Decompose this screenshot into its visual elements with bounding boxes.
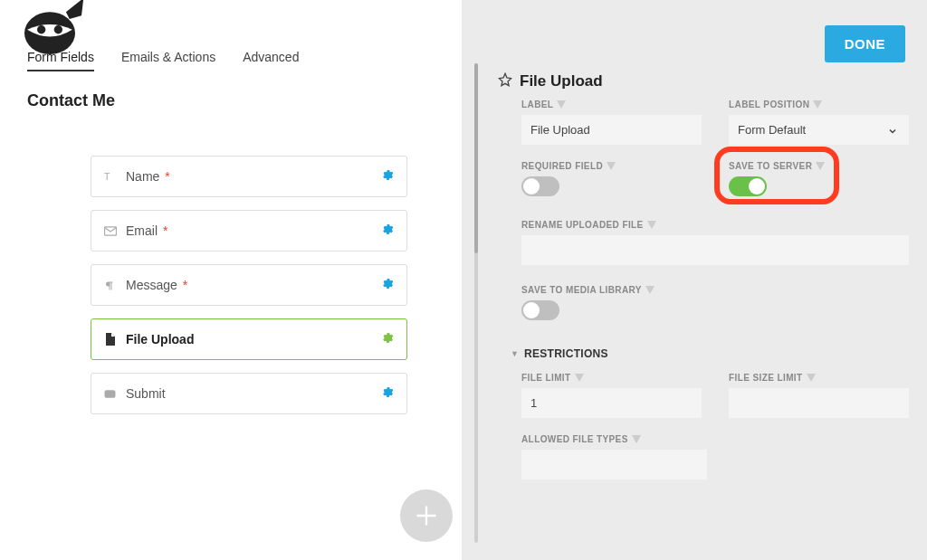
prop-file-limit-label: FILE LIMIT — [521, 373, 702, 383]
prop-file-size-limit: FILE SIZE LIMIT — [729, 373, 909, 418]
save-to-server-toggle[interactable] — [729, 176, 767, 196]
prop-file-size-limit-label: FILE SIZE LIMIT — [729, 373, 909, 383]
prop-label: LABEL — [521, 100, 702, 145]
svg-text:T: T — [104, 171, 110, 182]
field-row-submit[interactable]: Submit — [91, 373, 407, 414]
field-row-email[interactable]: Email * — [91, 210, 407, 252]
prop-save-to-server: SAVE TO SERVER — [729, 156, 909, 196]
field-row-name[interactable]: T Name * — [91, 156, 407, 197]
prop-save-server-label: SAVE TO SERVER — [729, 161, 909, 171]
save-media-library-toggle[interactable] — [521, 300, 559, 320]
gear-icon[interactable] — [380, 223, 394, 240]
panel-title-text: File Upload — [520, 72, 603, 90]
field-list: T Name * Email * Mess — [0, 119, 462, 414]
prop-label-position: LABEL POSITION — [729, 100, 909, 145]
field-settings-panel: DONE File Upload LABEL LABEL POSITION — [489, 0, 927, 560]
file-limit-input[interactable] — [521, 388, 702, 418]
callout-highlight — [714, 147, 839, 204]
tab-emails-actions[interactable]: Emails & Actions — [121, 50, 215, 71]
prop-label-position-label: LABEL POSITION — [729, 100, 909, 109]
file-size-limit-input[interactable] — [729, 388, 909, 418]
panel-title-row: File Upload — [498, 72, 909, 90]
svg-point-2 — [54, 25, 62, 33]
svg-point-1 — [37, 25, 45, 33]
prop-file-limit: FILE LIMIT — [521, 373, 702, 418]
rename-file-input[interactable] — [521, 235, 909, 265]
chevron-down-icon: ▼ — [511, 349, 519, 358]
prop-rename-label: RENAME UPLOADED FILE — [521, 220, 909, 230]
label-input[interactable] — [521, 115, 702, 145]
prop-required-label: REQUIRED FIELD — [521, 161, 702, 171]
prop-allowed-types-label: ALLOWED FILE TYPES — [521, 434, 909, 444]
prop-label-label: LABEL — [521, 100, 702, 109]
email-icon — [104, 226, 126, 236]
left-builder-panel: Form Fields Emails & Actions Advanced Co… — [0, 0, 462, 560]
prop-required-field: REQUIRED FIELD — [521, 156, 702, 196]
gear-icon[interactable] — [380, 168, 394, 185]
field-label: File Upload — [126, 332, 380, 346]
gear-icon[interactable] — [380, 331, 394, 348]
section-restrictions-label: RESTRICTIONS — [524, 347, 608, 360]
prop-save-media-library: SAVE TO MEDIA LIBRARY — [521, 276, 909, 320]
gear-icon[interactable] — [380, 277, 394, 294]
file-icon — [104, 333, 126, 346]
field-label: Message * — [126, 278, 380, 292]
panel-divider-scrollbar[interactable] — [462, 0, 489, 560]
field-label: Submit — [126, 386, 380, 401]
paragraph-icon — [104, 280, 126, 291]
field-row-file-upload[interactable]: File Upload — [91, 318, 407, 360]
label-position-select[interactable] — [729, 115, 909, 145]
text-icon: T — [104, 171, 126, 183]
prop-rename-file: RENAME UPLOADED FILE — [521, 207, 909, 265]
submit-icon — [104, 389, 126, 399]
prop-allowed-file-types: ALLOWED FILE TYPES — [521, 429, 909, 479]
field-row-message[interactable]: Message * — [91, 264, 407, 306]
svg-rect-5 — [105, 390, 116, 398]
star-icon[interactable] — [498, 72, 512, 90]
required-field-toggle[interactable] — [521, 176, 559, 196]
field-label: Name * — [126, 169, 380, 184]
field-label: Email * — [126, 223, 380, 238]
ninja-logo — [14, 0, 86, 54]
form-title[interactable]: Contact Me — [0, 71, 462, 119]
allowed-file-types-input[interactable] — [521, 450, 707, 479]
gear-icon[interactable] — [380, 385, 394, 403]
tab-advanced[interactable]: Advanced — [243, 50, 299, 71]
done-button[interactable]: DONE — [825, 25, 905, 62]
prop-media-lib-label: SAVE TO MEDIA LIBRARY — [521, 285, 909, 295]
add-field-button[interactable] — [400, 489, 453, 542]
section-restrictions[interactable]: ▼ RESTRICTIONS — [511, 347, 909, 360]
